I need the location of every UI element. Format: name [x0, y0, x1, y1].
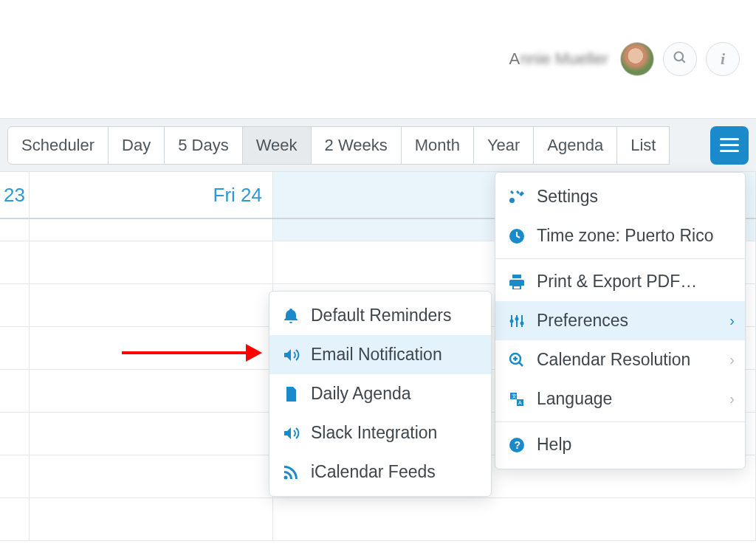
- help-icon: ?: [507, 435, 526, 455]
- menu-item-print[interactable]: Print & Export PDF…: [495, 262, 745, 301]
- tab-agenda[interactable]: Agenda: [533, 126, 617, 165]
- top-header: Annie Mueller i: [0, 0, 756, 118]
- menu-label: Calendar Resolution: [537, 350, 690, 370]
- menu-item-resolution[interactable]: Calendar Resolution ›: [495, 340, 745, 379]
- tab-year[interactable]: Year: [473, 126, 534, 165]
- sound-icon: [281, 424, 300, 443]
- clock-icon: [507, 227, 526, 246]
- tab-month[interactable]: Month: [401, 126, 474, 165]
- menu-label: Time zone: Puerto Rico: [537, 226, 713, 246]
- main-dropdown-menu: Settings Time zone: Puerto Rico Print & …: [495, 172, 746, 469]
- chevron-right-icon: ›: [729, 351, 735, 368]
- menu-separator: [495, 421, 745, 422]
- info-icon: i: [721, 49, 725, 69]
- tab-scheduler[interactable]: Scheduler: [7, 126, 109, 165]
- menu-label: Slack Integration: [311, 423, 437, 443]
- tab-2weeks[interactable]: 2 Weeks: [311, 126, 402, 165]
- chevron-right-icon: ›: [729, 390, 735, 407]
- document-icon: [281, 385, 300, 404]
- bell-icon: [281, 306, 300, 326]
- rss-icon: [281, 463, 300, 482]
- search-button[interactable]: [663, 42, 697, 76]
- menu-separator: [495, 258, 745, 259]
- menu-label: Settings: [537, 187, 598, 207]
- zoom-icon: [507, 351, 526, 370]
- tab-week[interactable]: Week: [242, 126, 312, 165]
- submenu-item-email-notification[interactable]: Email Notification: [269, 335, 491, 374]
- svg-text:A: A: [518, 400, 522, 405]
- menu-item-timezone[interactable]: Time zone: Puerto Rico: [495, 216, 745, 255]
- menu-label: Daily Agenda: [311, 384, 411, 404]
- submenu-item-slack[interactable]: Slack Integration: [269, 413, 491, 452]
- settings-icon: [507, 187, 526, 207]
- svg-text:文: 文: [512, 393, 517, 399]
- preferences-submenu: Default Reminders Email Notification Dai…: [269, 291, 492, 497]
- svg-point-4: [515, 317, 519, 320]
- menu-item-help[interactable]: ? Help: [495, 425, 745, 464]
- menu-label: Email Notification: [311, 345, 442, 365]
- menu-label: iCalendar Feeds: [311, 462, 436, 482]
- tab-5days[interactable]: 5 Days: [164, 126, 242, 165]
- menu-label: Default Reminders: [311, 306, 451, 326]
- menu-label: Language: [537, 389, 612, 409]
- menu-item-preferences[interactable]: Preferences ›: [495, 301, 745, 340]
- submenu-item-daily-agenda[interactable]: Daily Agenda: [269, 374, 491, 413]
- tab-list[interactable]: List: [616, 126, 670, 165]
- svg-point-3: [510, 319, 514, 323]
- chevron-right-icon: ›: [729, 312, 735, 329]
- svg-text:?: ?: [515, 439, 521, 451]
- language-icon: 文A: [507, 390, 526, 409]
- hamburger-menu-button[interactable]: [710, 126, 749, 165]
- menu-label: Help: [537, 435, 571, 455]
- search-icon: [673, 50, 687, 68]
- submenu-item-reminders[interactable]: Default Reminders: [269, 296, 491, 335]
- sound-icon: [281, 345, 300, 365]
- printer-icon: [507, 272, 526, 292]
- sliders-icon: [507, 311, 526, 331]
- svg-point-14: [284, 475, 288, 479]
- submenu-item-ical[interactable]: iCalendar Feeds: [269, 452, 491, 492]
- info-button[interactable]: i: [706, 42, 740, 76]
- user-name-blurred: nnie Mueller: [520, 49, 608, 68]
- menu-label: Preferences: [537, 311, 628, 331]
- user-name-prefix: A: [509, 49, 520, 68]
- menu-item-language[interactable]: 文A Language ›: [495, 379, 745, 418]
- view-toolbar: Scheduler Day 5 Days Week 2 Weeks Month …: [0, 118, 756, 172]
- svg-line-1: [682, 60, 685, 63]
- svg-line-7: [519, 362, 523, 366]
- svg-point-5: [520, 321, 524, 325]
- day-header-partial-23[interactable]: 23: [0, 172, 30, 218]
- svg-point-0: [675, 52, 684, 61]
- menu-label: Print & Export PDF…: [537, 272, 697, 292]
- menu-item-settings[interactable]: Settings: [495, 177, 745, 216]
- day-header-fri-24[interactable]: Fri 24: [30, 172, 273, 218]
- avatar[interactable]: [620, 42, 654, 76]
- tab-day[interactable]: Day: [108, 126, 165, 165]
